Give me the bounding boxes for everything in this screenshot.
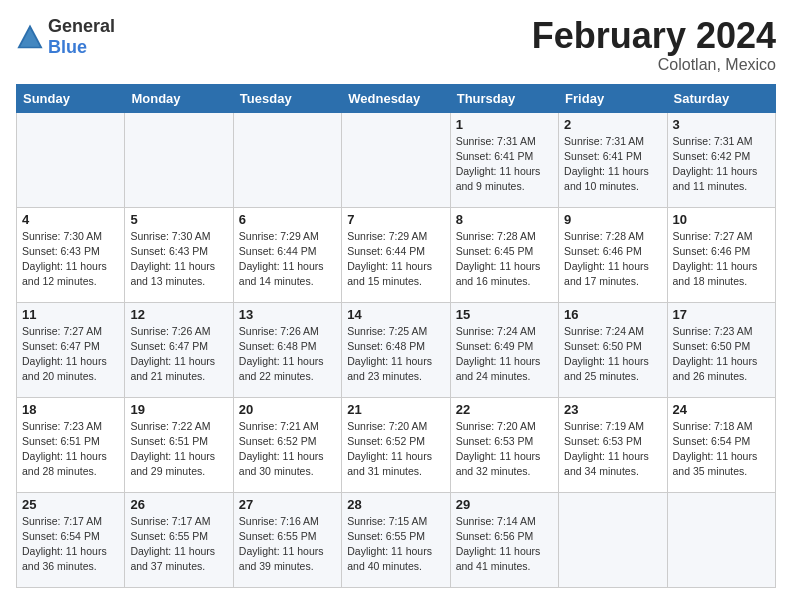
day-number: 16 xyxy=(564,307,661,322)
calendar-cell xyxy=(125,112,233,207)
calendar-cell: 25Sunrise: 7:17 AM Sunset: 6:54 PM Dayli… xyxy=(17,492,125,587)
day-number: 24 xyxy=(673,402,770,417)
calendar-cell: 27Sunrise: 7:16 AM Sunset: 6:55 PM Dayli… xyxy=(233,492,341,587)
day-number: 15 xyxy=(456,307,553,322)
day-number: 10 xyxy=(673,212,770,227)
day-info: Sunrise: 7:24 AM Sunset: 6:50 PM Dayligh… xyxy=(564,324,661,385)
calendar-cell: 17Sunrise: 7:23 AM Sunset: 6:50 PM Dayli… xyxy=(667,302,775,397)
day-info: Sunrise: 7:26 AM Sunset: 6:47 PM Dayligh… xyxy=(130,324,227,385)
day-info: Sunrise: 7:30 AM Sunset: 6:43 PM Dayligh… xyxy=(22,229,119,290)
day-number: 3 xyxy=(673,117,770,132)
calendar-cell: 19Sunrise: 7:22 AM Sunset: 6:51 PM Dayli… xyxy=(125,397,233,492)
day-number: 2 xyxy=(564,117,661,132)
header-tuesday: Tuesday xyxy=(233,84,341,112)
calendar-table: SundayMondayTuesdayWednesdayThursdayFrid… xyxy=(16,84,776,588)
calendar-cell: 26Sunrise: 7:17 AM Sunset: 6:55 PM Dayli… xyxy=(125,492,233,587)
day-info: Sunrise: 7:27 AM Sunset: 6:47 PM Dayligh… xyxy=(22,324,119,385)
calendar-header-row: SundayMondayTuesdayWednesdayThursdayFrid… xyxy=(17,84,776,112)
day-info: Sunrise: 7:29 AM Sunset: 6:44 PM Dayligh… xyxy=(347,229,444,290)
day-info: Sunrise: 7:24 AM Sunset: 6:49 PM Dayligh… xyxy=(456,324,553,385)
logo-blue-text: Blue xyxy=(48,37,87,57)
logo-icon xyxy=(16,23,44,51)
calendar-cell: 16Sunrise: 7:24 AM Sunset: 6:50 PM Dayli… xyxy=(559,302,667,397)
calendar-cell xyxy=(559,492,667,587)
calendar-cell: 20Sunrise: 7:21 AM Sunset: 6:52 PM Dayli… xyxy=(233,397,341,492)
day-info: Sunrise: 7:31 AM Sunset: 6:41 PM Dayligh… xyxy=(456,134,553,195)
day-number: 12 xyxy=(130,307,227,322)
calendar-cell: 5Sunrise: 7:30 AM Sunset: 6:43 PM Daylig… xyxy=(125,207,233,302)
day-number: 5 xyxy=(130,212,227,227)
header-monday: Monday xyxy=(125,84,233,112)
day-number: 29 xyxy=(456,497,553,512)
day-number: 4 xyxy=(22,212,119,227)
calendar-cell xyxy=(667,492,775,587)
day-number: 13 xyxy=(239,307,336,322)
day-number: 22 xyxy=(456,402,553,417)
calendar-cell: 14Sunrise: 7:25 AM Sunset: 6:48 PM Dayli… xyxy=(342,302,450,397)
day-info: Sunrise: 7:22 AM Sunset: 6:51 PM Dayligh… xyxy=(130,419,227,480)
calendar-cell: 6Sunrise: 7:29 AM Sunset: 6:44 PM Daylig… xyxy=(233,207,341,302)
day-info: Sunrise: 7:17 AM Sunset: 6:54 PM Dayligh… xyxy=(22,514,119,575)
calendar-cell xyxy=(17,112,125,207)
calendar-cell: 11Sunrise: 7:27 AM Sunset: 6:47 PM Dayli… xyxy=(17,302,125,397)
day-info: Sunrise: 7:26 AM Sunset: 6:48 PM Dayligh… xyxy=(239,324,336,385)
day-info: Sunrise: 7:20 AM Sunset: 6:53 PM Dayligh… xyxy=(456,419,553,480)
day-number: 14 xyxy=(347,307,444,322)
day-info: Sunrise: 7:19 AM Sunset: 6:53 PM Dayligh… xyxy=(564,419,661,480)
calendar-cell: 23Sunrise: 7:19 AM Sunset: 6:53 PM Dayli… xyxy=(559,397,667,492)
day-number: 27 xyxy=(239,497,336,512)
calendar-cell: 7Sunrise: 7:29 AM Sunset: 6:44 PM Daylig… xyxy=(342,207,450,302)
day-info: Sunrise: 7:17 AM Sunset: 6:55 PM Dayligh… xyxy=(130,514,227,575)
day-number: 11 xyxy=(22,307,119,322)
day-number: 21 xyxy=(347,402,444,417)
calendar-cell: 21Sunrise: 7:20 AM Sunset: 6:52 PM Dayli… xyxy=(342,397,450,492)
calendar-cell: 29Sunrise: 7:14 AM Sunset: 6:56 PM Dayli… xyxy=(450,492,558,587)
day-info: Sunrise: 7:23 AM Sunset: 6:51 PM Dayligh… xyxy=(22,419,119,480)
calendar-cell: 4Sunrise: 7:30 AM Sunset: 6:43 PM Daylig… xyxy=(17,207,125,302)
day-number: 17 xyxy=(673,307,770,322)
calendar-cell: 22Sunrise: 7:20 AM Sunset: 6:53 PM Dayli… xyxy=(450,397,558,492)
calendar-cell: 8Sunrise: 7:28 AM Sunset: 6:45 PM Daylig… xyxy=(450,207,558,302)
calendar-cell: 9Sunrise: 7:28 AM Sunset: 6:46 PM Daylig… xyxy=(559,207,667,302)
day-info: Sunrise: 7:16 AM Sunset: 6:55 PM Dayligh… xyxy=(239,514,336,575)
calendar-cell: 3Sunrise: 7:31 AM Sunset: 6:42 PM Daylig… xyxy=(667,112,775,207)
day-number: 26 xyxy=(130,497,227,512)
location-text: Colotlan, Mexico xyxy=(532,56,776,74)
header-wednesday: Wednesday xyxy=(342,84,450,112)
day-info: Sunrise: 7:27 AM Sunset: 6:46 PM Dayligh… xyxy=(673,229,770,290)
header-friday: Friday xyxy=(559,84,667,112)
calendar-cell: 10Sunrise: 7:27 AM Sunset: 6:46 PM Dayli… xyxy=(667,207,775,302)
day-number: 19 xyxy=(130,402,227,417)
calendar-week-row: 4Sunrise: 7:30 AM Sunset: 6:43 PM Daylig… xyxy=(17,207,776,302)
month-year-title: February 2024 xyxy=(532,16,776,56)
day-info: Sunrise: 7:21 AM Sunset: 6:52 PM Dayligh… xyxy=(239,419,336,480)
day-info: Sunrise: 7:25 AM Sunset: 6:48 PM Dayligh… xyxy=(347,324,444,385)
day-info: Sunrise: 7:18 AM Sunset: 6:54 PM Dayligh… xyxy=(673,419,770,480)
day-info: Sunrise: 7:31 AM Sunset: 6:41 PM Dayligh… xyxy=(564,134,661,195)
day-number: 8 xyxy=(456,212,553,227)
day-number: 25 xyxy=(22,497,119,512)
day-info: Sunrise: 7:29 AM Sunset: 6:44 PM Dayligh… xyxy=(239,229,336,290)
calendar-cell: 13Sunrise: 7:26 AM Sunset: 6:48 PM Dayli… xyxy=(233,302,341,397)
day-number: 23 xyxy=(564,402,661,417)
day-info: Sunrise: 7:15 AM Sunset: 6:55 PM Dayligh… xyxy=(347,514,444,575)
day-info: Sunrise: 7:31 AM Sunset: 6:42 PM Dayligh… xyxy=(673,134,770,195)
day-number: 28 xyxy=(347,497,444,512)
calendar-cell: 1Sunrise: 7:31 AM Sunset: 6:41 PM Daylig… xyxy=(450,112,558,207)
header-thursday: Thursday xyxy=(450,84,558,112)
day-info: Sunrise: 7:30 AM Sunset: 6:43 PM Dayligh… xyxy=(130,229,227,290)
day-number: 7 xyxy=(347,212,444,227)
calendar-week-row: 25Sunrise: 7:17 AM Sunset: 6:54 PM Dayli… xyxy=(17,492,776,587)
calendar-cell: 28Sunrise: 7:15 AM Sunset: 6:55 PM Dayli… xyxy=(342,492,450,587)
day-number: 1 xyxy=(456,117,553,132)
day-number: 18 xyxy=(22,402,119,417)
calendar-cell: 15Sunrise: 7:24 AM Sunset: 6:49 PM Dayli… xyxy=(450,302,558,397)
header-saturday: Saturday xyxy=(667,84,775,112)
day-info: Sunrise: 7:28 AM Sunset: 6:46 PM Dayligh… xyxy=(564,229,661,290)
day-number: 9 xyxy=(564,212,661,227)
day-info: Sunrise: 7:23 AM Sunset: 6:50 PM Dayligh… xyxy=(673,324,770,385)
calendar-cell: 12Sunrise: 7:26 AM Sunset: 6:47 PM Dayli… xyxy=(125,302,233,397)
calendar-week-row: 18Sunrise: 7:23 AM Sunset: 6:51 PM Dayli… xyxy=(17,397,776,492)
calendar-week-row: 1Sunrise: 7:31 AM Sunset: 6:41 PM Daylig… xyxy=(17,112,776,207)
calendar-week-row: 11Sunrise: 7:27 AM Sunset: 6:47 PM Dayli… xyxy=(17,302,776,397)
